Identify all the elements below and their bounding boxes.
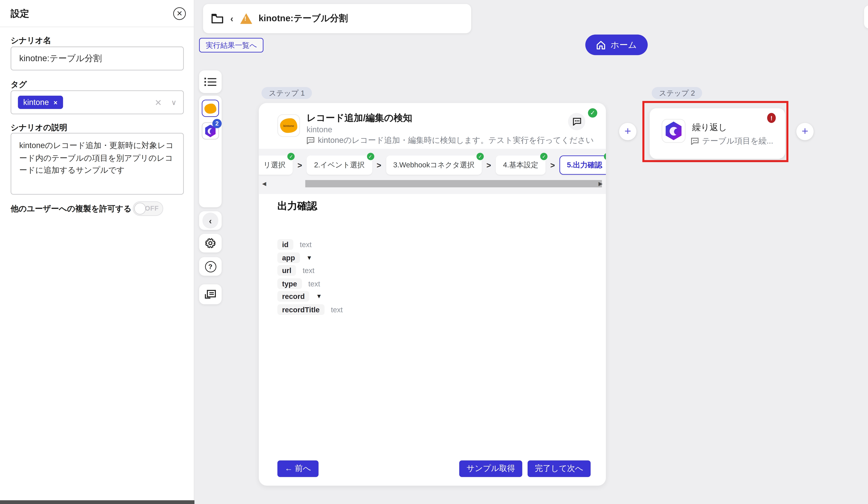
scenario-activation-card: シナリオ有効化 OFF <box>864 6 868 29</box>
step1-tab[interactable]: 3.Webhookコネクタ選択✓ <box>386 155 482 175</box>
output-field-name: url <box>277 265 296 276</box>
scroll-right-icon[interactable]: ▶ <box>598 180 602 186</box>
scroll-left-icon[interactable]: ◀ <box>262 180 266 186</box>
plus-icon: + <box>624 125 631 138</box>
step2-selection-outline: ! 繰り返し テーブル項目を繰... <box>642 101 788 162</box>
complete-next-button[interactable]: 完了して次へ <box>528 460 591 477</box>
tab-separator-icon: > <box>550 160 555 170</box>
step1-tab[interactable]: 2.イベント選択✓ <box>307 155 372 175</box>
step1-app-name: kintone <box>307 125 332 134</box>
tab-label: 2.イベント選択 <box>314 161 364 169</box>
output-field-type: text <box>308 279 320 287</box>
kintone-icon <box>204 103 216 113</box>
rail-kintone-app-button[interactable] <box>202 100 219 117</box>
help-button[interactable]: ? <box>199 257 222 276</box>
gear-icon <box>205 238 216 249</box>
output-field-type: text <box>302 266 314 274</box>
step1-tab[interactable]: リ選択✓ <box>259 155 293 175</box>
scenario-title: kinotne:テーブル分割 <box>259 13 348 25</box>
output-field-row: idtext <box>277 240 343 249</box>
description-label: シナリオの説明 <box>11 122 67 133</box>
add-step-button-1[interactable]: + <box>619 123 637 140</box>
settings-rail-button[interactable] <box>199 234 222 253</box>
tab-check-badge: ✓ <box>288 153 295 160</box>
chevron-left-icon: ‹ <box>203 213 218 229</box>
loop-count-badge: 2 <box>212 119 222 128</box>
back-chevron-icon[interactable]: ‹ <box>230 13 233 24</box>
step1-title: レコード追加/編集の検知 <box>307 112 412 124</box>
scenario-name-input[interactable]: kinotne:テーブル分割 <box>11 47 184 71</box>
run-results-button[interactable]: 実行結果一覧へ <box>199 38 264 52</box>
chevron-down-icon[interactable]: ∨ <box>171 98 177 107</box>
output-field-type: text <box>331 305 343 313</box>
duplicate-permission-toggle[interactable]: OFF <box>133 201 163 216</box>
toggle-knob <box>134 203 146 215</box>
tag-clear-icon[interactable]: ✕ <box>155 97 162 107</box>
question-icon: ? <box>205 261 216 272</box>
tab-label: 4.基本設定 <box>503 161 538 169</box>
output-field-name: type <box>277 278 302 289</box>
output-field-row: recordTitletext <box>277 305 343 314</box>
field-expand-caret-icon[interactable]: ▼ <box>316 293 322 300</box>
output-field-name: app <box>277 252 300 263</box>
toggle-state-label: OFF <box>145 204 159 212</box>
step1-card: kintone レコード追加/編集の検知 kintone kintoneのレコー… <box>259 103 606 486</box>
step1-description: kintoneのレコード追加・編集時に検知します。テスト実行を行ってください <box>307 135 594 146</box>
settings-header: 設定 ✕ <box>0 0 194 27</box>
scrollbar-thumb[interactable] <box>305 180 602 187</box>
sidebar-horizontal-scrollbar[interactable] <box>0 500 194 504</box>
step2-card[interactable]: ! 繰り返し テーブル項目を繰... <box>650 108 785 159</box>
tab-label: リ選択 <box>264 161 286 169</box>
step2-error-badge: ! <box>767 113 776 123</box>
tag-chip-remove-icon[interactable]: × <box>54 99 58 106</box>
output-section-title: 出力確認 <box>277 200 317 213</box>
home-button[interactable]: ホーム <box>585 34 648 55</box>
rail-loop-app-button[interactable]: 2 <box>202 122 219 139</box>
external-window-icon <box>204 289 216 299</box>
step1-tabs-band: リ選択✓>2.イベント選択✓>3.Webhookコネクタ選択✓>4.基本設定✓>… <box>259 149 606 194</box>
description-textarea[interactable]: kintoneのレコード追加・更新時に対象レコード内のテーブルの項目を別アプリの… <box>11 133 184 195</box>
tag-label: タグ <box>11 79 27 90</box>
tabs-scrollbar[interactable]: ◀ ▶ <box>262 179 602 187</box>
output-field-row: record▼ <box>277 292 343 301</box>
step1-tab[interactable]: 5.出力確認✓ <box>559 155 606 175</box>
step2-badge: ステップ 2 <box>652 87 702 99</box>
tab-check-badge: ✓ <box>476 153 484 160</box>
comment-icon <box>307 137 314 144</box>
step2-app-icon-box <box>662 119 685 143</box>
output-fields-list: idtextapp▼urltexttypetextrecord▼recordTi… <box>277 240 343 314</box>
tab-check-badge: ✓ <box>604 153 606 160</box>
folder-icon[interactable] <box>211 13 224 24</box>
step1-badge: ステップ 1 <box>261 87 312 99</box>
output-field-type: text <box>300 241 312 249</box>
tab-label: 5.出力確認 <box>567 161 602 169</box>
output-field-row: typetext <box>277 279 343 288</box>
step1-comment-button[interactable] <box>568 113 585 130</box>
app-stage: 設定 ✕ シナリオ名 kinotne:テーブル分割 タグ kintone × ✕… <box>0 0 868 504</box>
duplicate-permission-label: 他のユーザーへの複製を許可する <box>11 203 132 214</box>
tab-check-badge: ✓ <box>540 153 548 160</box>
tab-label: 3.Webhookコネクタ選択 <box>393 161 474 169</box>
home-icon <box>596 40 606 50</box>
back-button[interactable]: ← 前へ <box>277 460 318 477</box>
output-field-name: id <box>277 239 293 250</box>
step1-tab[interactable]: 4.基本設定✓ <box>496 155 546 175</box>
export-button[interactable] <box>199 284 222 304</box>
warning-icon <box>240 13 252 24</box>
step2-description: テーブル項目を繰... <box>691 135 773 147</box>
tag-chip[interactable]: kintone × <box>18 95 63 109</box>
app-rail: 2 <box>199 95 222 207</box>
step2-description-text: テーブル項目を繰... <box>702 135 773 147</box>
loop-icon <box>665 122 682 140</box>
get-sample-button[interactable]: サンプル取得 <box>459 460 523 477</box>
step1-app-icon-box: kintone <box>277 114 300 137</box>
collapse-panel-button[interactable]: ‹ <box>199 211 222 230</box>
close-icon[interactable]: ✕ <box>173 7 186 20</box>
add-step-button-2[interactable]: + <box>796 123 814 140</box>
tag-select[interactable]: kintone × ✕ ∨ <box>11 90 184 114</box>
step-list-button[interactable] <box>199 70 222 93</box>
field-expand-caret-icon[interactable]: ▼ <box>306 254 312 261</box>
step1-success-badge: ✓ <box>588 108 597 118</box>
scenario-name-label: シナリオ名 <box>11 35 51 47</box>
duplicate-permission-row: 他のユーザーへの複製を許可する OFF <box>11 201 163 216</box>
